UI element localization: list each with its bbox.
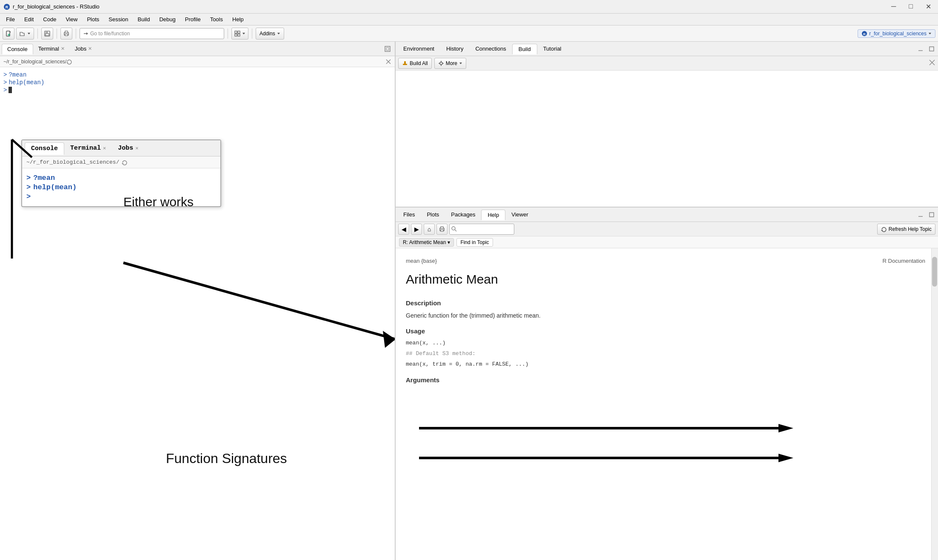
svg-rect-49 — [441, 227, 443, 228]
build-clear-icon[interactable] — [929, 59, 935, 66]
tab-jobs[interactable]: Jobs ✕ — [70, 44, 97, 54]
close-button[interactable]: ✕ — [922, 2, 935, 11]
console-maximize-button[interactable] — [382, 43, 393, 54]
help-scrollbar-track[interactable] — [931, 248, 938, 560]
minimize-button[interactable]: ─ — [888, 2, 899, 11]
tab-terminal[interactable]: Terminal ✕ — [33, 44, 70, 54]
goto-field[interactable]: Go to file/function — [80, 28, 224, 39]
zoomed-terminal-close[interactable]: ✕ — [103, 145, 106, 151]
help-forward-button[interactable]: ▶ — [411, 224, 422, 235]
menu-edit[interactable]: Edit — [20, 15, 38, 23]
toolbar-separator-2 — [57, 28, 57, 39]
tab-build[interactable]: Build — [512, 44, 537, 54]
usage-code-2: mean(x, trim = 0, na.rm = FALSE, ...) — [406, 360, 925, 369]
grid-dropdown-icon — [242, 32, 245, 35]
addins-button[interactable]: Addins — [256, 28, 284, 40]
help-search-box[interactable] — [449, 224, 514, 235]
help-back-button[interactable]: ◀ — [398, 224, 409, 235]
print-icon2 — [439, 226, 445, 232]
menu-code[interactable]: Code — [39, 15, 60, 23]
zoomed-tab-jobs[interactable]: Jobs ✕ — [112, 142, 144, 154]
menu-plots[interactable]: Plots — [83, 15, 103, 23]
new-file-button[interactable] — [3, 28, 14, 40]
right-top-maximize-button[interactable] — [927, 44, 936, 54]
help-minimize-button[interactable] — [916, 210, 925, 219]
svg-rect-15 — [235, 31, 237, 33]
more-button[interactable]: More — [434, 58, 466, 69]
menu-build[interactable]: Build — [134, 15, 154, 23]
tab-packages[interactable]: Packages — [445, 210, 481, 219]
right-top-minimize-button[interactable] — [916, 44, 925, 54]
svg-marker-19 — [242, 33, 245, 34]
help-content-wrapper: mean {base} R Documentation Arithmetic M… — [396, 248, 938, 560]
menu-session[interactable]: Session — [104, 15, 132, 23]
svg-rect-17 — [235, 34, 237, 36]
open-icon — [19, 31, 25, 37]
console-sync-icon[interactable] — [66, 59, 72, 65]
help-search-input[interactable] — [457, 226, 512, 232]
console-content[interactable]: > ?mean > help(mean) > Console Terminal — [0, 67, 395, 560]
menu-file[interactable]: File — [2, 15, 19, 23]
save-button[interactable] — [41, 28, 53, 40]
svg-point-42 — [443, 63, 444, 64]
goto-placeholder: Go to file/function — [90, 31, 130, 37]
zoomed-tabs: Console Terminal ✕ Jobs ✕ — [22, 140, 220, 156]
tab-connections[interactable]: Connections — [469, 44, 512, 54]
help-topic-selector[interactable]: R: Arithmetic Mean ▾ — [399, 238, 454, 247]
tab-console[interactable]: Console — [2, 44, 33, 54]
find-in-topic-label: Find in Topic — [460, 239, 489, 245]
terminal-close-icon[interactable]: ✕ — [61, 46, 65, 51]
grid-button[interactable] — [231, 28, 248, 40]
menu-profile[interactable]: Profile — [181, 15, 205, 23]
menu-view[interactable]: View — [61, 15, 82, 23]
tab-viewer[interactable]: Viewer — [505, 210, 534, 219]
zoomed-jobs-close[interactable]: ✕ — [135, 145, 138, 151]
svg-point-51 — [452, 227, 455, 230]
tab-history[interactable]: History — [440, 44, 469, 54]
tab-help[interactable]: Help — [481, 210, 505, 220]
help-meta: mean {base} R Documentation — [406, 257, 925, 266]
console-header: ~/r_for_biological_sciences/ — [0, 56, 395, 67]
help-print-button[interactable] — [436, 224, 448, 235]
help-toolbar: ◀ ▶ ⌂ Refresh Help Topic — [396, 222, 938, 236]
workspace-selector[interactable]: R r_for_biological_sciences — [858, 29, 935, 38]
menu-help[interactable]: Help — [228, 15, 248, 23]
zoomed-tab-console[interactable]: Console — [25, 142, 64, 155]
help-breadcrumb: R: Arithmetic Mean ▾ Find in Topic — [396, 236, 938, 248]
print-button[interactable] — [60, 28, 72, 40]
right-top-panel: Environment History Connections Build Tu… — [396, 42, 938, 208]
either-works-label: Either works — [123, 195, 194, 209]
svg-marker-43 — [459, 63, 462, 64]
help-home-button[interactable]: ⌂ — [424, 224, 435, 235]
find-in-topic[interactable]: Find in Topic — [456, 238, 493, 247]
help-title: Arithmetic Mean — [406, 269, 925, 290]
svg-rect-2 — [6, 31, 10, 36]
refresh-help-button[interactable]: Refresh Help Topic — [877, 224, 935, 235]
jobs-close-icon[interactable]: ✕ — [88, 46, 92, 51]
svg-marker-14 — [86, 32, 88, 35]
build-all-button[interactable]: Build All — [398, 58, 432, 69]
help-maximize-button[interactable] — [927, 210, 936, 219]
build-all-label: Build All — [410, 60, 428, 66]
toolbar-separator-5 — [252, 28, 252, 39]
menu-bar: File Edit Code View Plots Session Build … — [0, 14, 938, 26]
svg-rect-37 — [404, 61, 406, 65]
open-file-button[interactable] — [16, 28, 34, 40]
console-clear-icon[interactable] — [385, 59, 391, 65]
refresh-help-label: Refresh Help Topic — [889, 226, 932, 232]
zoomed-tab-terminal[interactable]: Terminal ✕ — [64, 142, 112, 154]
tab-tutorial[interactable]: Tutorial — [537, 44, 567, 54]
maximize-button[interactable]: □ — [905, 2, 916, 11]
tab-plots[interactable]: Plots — [421, 210, 445, 219]
menu-tools[interactable]: Tools — [206, 15, 227, 23]
tab-environment[interactable]: Environment — [397, 44, 440, 54]
help-content[interactable]: mean {base} R Documentation Arithmetic M… — [396, 248, 938, 560]
help-scrollbar-thumb[interactable] — [932, 257, 937, 287]
menu-debug[interactable]: Debug — [155, 15, 180, 23]
title-bar: R r_for_biological_sciences - RStudio ─ … — [0, 0, 938, 14]
topic-dropdown-icon: ▾ — [448, 239, 450, 245]
svg-marker-6 — [28, 33, 30, 34]
help-doc-type: R Documentation — [883, 257, 925, 266]
tab-files[interactable]: Files — [397, 210, 421, 219]
workspace-name-label: r_for_biological_sciences — [869, 31, 927, 37]
